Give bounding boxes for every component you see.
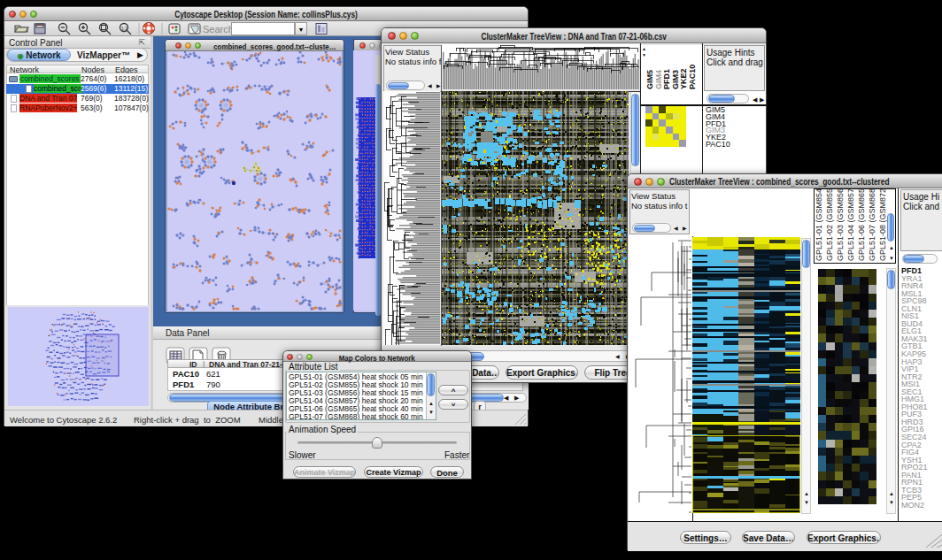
svg-text:GPL51-01 (GSM854): GPL51-01 (GSM854) [815, 189, 823, 261]
svg-text:1:1: 1:1 [121, 26, 127, 31]
svg-text:GPL51-08 (GSM872): GPL51-08 (GSM872) [878, 189, 887, 261]
svg-text:PFD1: PFD1 [662, 69, 671, 89]
svg-text:PAC10: PAC10 [688, 65, 697, 89]
svg-text:GPL51-03 (GSM856): GPL51-03 (GSM856) [836, 189, 845, 261]
svg-text:GPL51-06 (GSM865): GPL51-06 (GSM865) [857, 189, 866, 261]
svg-text:GIM5: GIM5 [646, 70, 654, 89]
svg-text:GPL51-07 (GSM868): GPL51-07 (GSM868) [868, 189, 876, 261]
svg-text:YKE2: YKE2 [679, 68, 688, 89]
svg-text:GPL51-04 (GSM857): GPL51-04 (GSM857) [846, 189, 855, 261]
svg-text:GPL51-02 (GSM855): GPL51-02 (GSM855) [825, 189, 834, 261]
